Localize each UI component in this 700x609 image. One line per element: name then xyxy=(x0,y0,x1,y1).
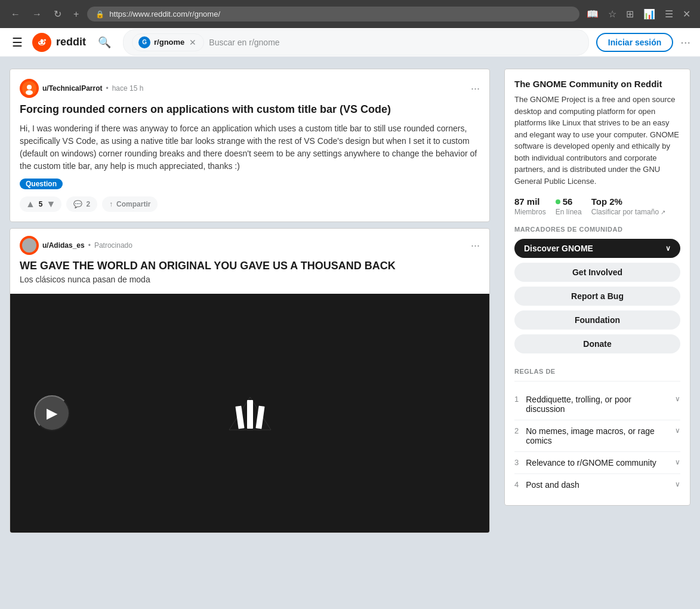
online-dot xyxy=(556,199,560,204)
rule-item-4[interactable]: 4 Post and dash ∨ xyxy=(514,474,680,496)
reddit-logo[interactable]: reddit xyxy=(32,33,86,52)
play-button[interactable]: ▶ xyxy=(34,395,70,431)
share-button[interactable]: ↑ Compartir xyxy=(102,196,158,212)
report-bug-button[interactable]: Report a Bug xyxy=(514,287,680,306)
post-meta: u/TechnicalParrot • hace 15 h ··· xyxy=(20,79,480,98)
rules-section: 1 Reddiquette, trolling, or poor discuss… xyxy=(514,381,680,496)
post-author: u/TechnicalParrot xyxy=(42,84,102,93)
comment-count: 2 xyxy=(86,200,90,208)
rule-text-4: Post and dash xyxy=(526,480,670,490)
search-input[interactable] xyxy=(209,38,580,47)
close-button[interactable]: ✕ xyxy=(680,6,693,22)
rule-item-3[interactable]: 3 Relevance to r/GNOME community ∨ xyxy=(514,452,680,474)
subreddit-name: r/gnome xyxy=(154,38,184,47)
video-placeholder[interactable]: ▶ xyxy=(10,294,489,533)
rule-number-4: 4 xyxy=(514,480,519,489)
rule-item-1[interactable]: 1 Reddiquette, trolling, or poor discuss… xyxy=(514,389,680,420)
online-stat: 56 En línea xyxy=(556,196,582,216)
subreddit-filter[interactable]: G r/gnome ✕ xyxy=(132,33,204,51)
online-number: 56 xyxy=(563,196,573,207)
address-bar[interactable]: 🔒 https://www.reddit.com/r/gnome/ xyxy=(87,7,579,21)
discover-gnome-label: Discover GNOME xyxy=(524,244,593,253)
menu-button[interactable]: ☰ xyxy=(662,6,676,22)
post-title: Forcing rounded corners on applications … xyxy=(20,103,480,116)
browser-chrome: ← → ↻ + 🔒 https://www.reddit.com/r/gnome… xyxy=(0,0,700,28)
sponsored-post: u/Adidas_es • Patrocinado ··· WE GAVE TH… xyxy=(10,228,490,533)
online-value: 56 xyxy=(556,196,582,207)
browser-actions: 📖 ☆ ⊞ 📊 ☰ ✕ xyxy=(584,6,693,22)
rank-value: Top 2% xyxy=(591,196,666,207)
adidas-logo xyxy=(226,394,274,433)
bookmark-button[interactable]: ☆ xyxy=(606,6,619,22)
sponsored-title: WE GAVE THE WORLD AN ORIGINAL YOU GAVE U… xyxy=(20,260,480,272)
rules-title: REGLAS DE xyxy=(514,368,680,375)
chevron-down-icon: ∨ xyxy=(665,244,671,253)
hamburger-button[interactable]: ☰ xyxy=(10,33,25,52)
members-value: 87 mil xyxy=(514,196,546,207)
stats-button[interactable]: 📊 xyxy=(641,6,658,22)
content-area: u/TechnicalParrot • hace 15 h ··· Forcin… xyxy=(10,69,490,533)
reader-mode-button[interactable]: 📖 xyxy=(584,6,601,22)
rule-text-3: Relevance to r/GNOME community xyxy=(526,458,670,467)
refresh-button[interactable]: ↻ xyxy=(50,6,65,22)
post-actions: ▲ 5 ▼ 💬 2 ↑ Compartir xyxy=(20,196,480,212)
reddit-header: ☰ reddit 🔍 G r/gnome ✕ Iniciar sesión ··… xyxy=(0,28,700,57)
url-text: https://www.reddit.com/r/gnome/ xyxy=(109,10,220,19)
sponsored-header: u/Adidas_es • Patrocinado ··· WE GAVE TH… xyxy=(10,229,489,294)
post-avatar xyxy=(20,79,39,98)
svg-point-9 xyxy=(22,238,36,253)
forward-button[interactable]: → xyxy=(29,7,45,22)
search-icon-button[interactable]: 🔍 xyxy=(93,33,116,51)
upvote-button[interactable]: ▲ xyxy=(24,199,36,210)
comment-button[interactable]: 💬 2 xyxy=(66,196,97,212)
online-label: En línea xyxy=(556,208,582,216)
svg-point-2 xyxy=(39,41,41,42)
subreddit-close-button[interactable]: ✕ xyxy=(188,38,198,47)
main-container: u/TechnicalParrot • hace 15 h ··· Forcin… xyxy=(0,57,700,545)
post-body: Hi, I was wondering if there was anyway … xyxy=(20,122,480,173)
rank-label-text: Clasificar por tamaño xyxy=(591,208,659,216)
discover-gnome-button[interactable]: Discover GNOME ∨ xyxy=(514,239,680,258)
sponsored-subtitle: Los clásicos nunca pasan de moda xyxy=(20,275,480,284)
rule-text-2: No memes, image macros, or rage comics xyxy=(526,426,670,445)
search-bar[interactable]: G r/gnome ✕ xyxy=(123,29,589,56)
community-description: The GNOME Project is a free and open sou… xyxy=(514,94,680,187)
svg-point-8 xyxy=(26,90,33,95)
rule-chevron-3: ∨ xyxy=(675,458,680,466)
external-link-icon: ↗ xyxy=(661,209,665,216)
back-button[interactable]: ← xyxy=(7,7,24,22)
rule-number-1: 1 xyxy=(514,395,519,404)
community-title: The GNOME Community on Reddit xyxy=(514,79,680,89)
login-button[interactable]: Iniciar sesión xyxy=(596,33,673,52)
svg-point-7 xyxy=(27,85,32,90)
rule-item-2[interactable]: 2 No memes, image macros, or rage comics… xyxy=(514,420,680,452)
rule-text-1: Reddiquette, trolling, or poor discussio… xyxy=(526,395,670,414)
members-label: Miembros xyxy=(514,208,546,216)
post-flair[interactable]: Question xyxy=(20,179,63,189)
grid-view-button[interactable]: ⊞ xyxy=(624,6,636,22)
sponsored-type: Patrocinado xyxy=(94,241,132,250)
comment-icon: 💬 xyxy=(73,200,82,208)
rule-chevron-1: ∨ xyxy=(675,395,680,403)
reddit-logo-icon xyxy=(32,33,51,52)
vote-count: 5 xyxy=(39,200,43,208)
donate-button[interactable]: Donate xyxy=(514,334,680,353)
members-stat: 87 mil Miembros xyxy=(514,196,546,216)
post-more-button[interactable]: ··· xyxy=(471,82,480,95)
rule-chevron-2: ∨ xyxy=(675,426,680,435)
sponsored-author: u/Adidas_es xyxy=(42,241,85,250)
community-stats: 87 mil Miembros 56 En línea Top 2% Clasi… xyxy=(514,196,680,216)
more-options-button[interactable]: ··· xyxy=(680,35,690,49)
downvote-button[interactable]: ▼ xyxy=(45,199,57,210)
post-card: u/TechnicalParrot • hace 15 h ··· Forcin… xyxy=(10,69,490,222)
svg-rect-13 xyxy=(255,405,264,429)
foundation-button[interactable]: Foundation xyxy=(514,310,680,330)
lock-icon: 🔒 xyxy=(95,10,104,19)
rank-label: Clasificar por tamaño ↗ xyxy=(591,208,666,216)
new-tab-button[interactable]: + xyxy=(70,7,82,22)
rule-chevron-4: ∨ xyxy=(675,480,680,488)
sponsored-avatar xyxy=(20,236,39,255)
get-involved-button[interactable]: Get Involved xyxy=(514,263,680,282)
sponsored-more-button[interactable]: ··· xyxy=(471,239,480,252)
sponsored-meta: u/Adidas_es • Patrocinado ··· xyxy=(20,236,480,255)
